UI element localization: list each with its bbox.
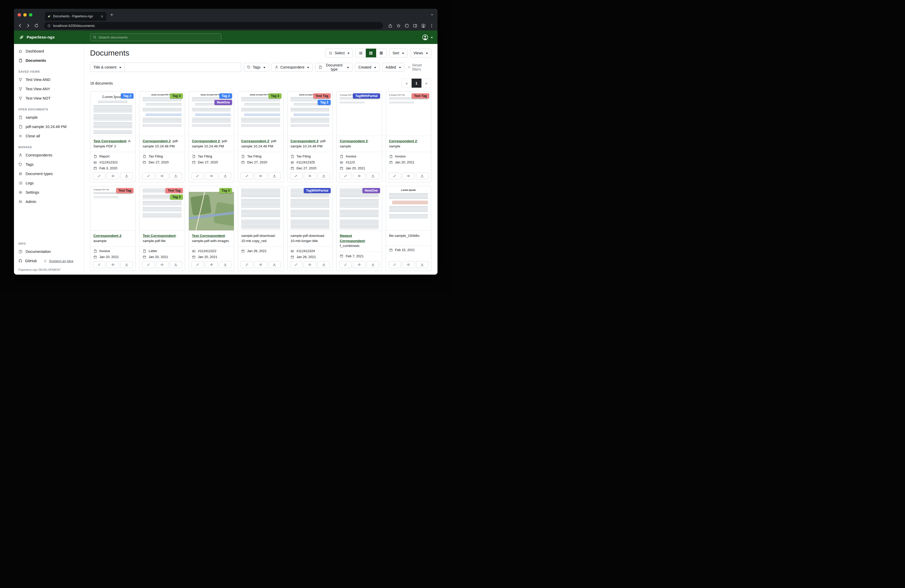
filter-created-button[interactable]: Created xyxy=(355,63,379,71)
select-button[interactable]: Select xyxy=(325,49,353,57)
sidebar-item-documentation[interactable]: Documentation xyxy=(14,247,84,256)
document-title[interactable]: Correspondent 2: pdf-sample 10.24.48 PM xyxy=(140,136,184,152)
correspondent-link[interactable]: Correspondent 2 xyxy=(94,234,121,238)
document-thumbnail[interactable]: Tag 3 xyxy=(189,186,234,231)
sidebar-item-test-view-and[interactable]: Test View AND xyxy=(14,75,84,84)
view-button[interactable] xyxy=(353,261,365,268)
view-button[interactable] xyxy=(254,173,267,179)
document-type-row[interactable]: Report xyxy=(94,154,132,158)
edit-button[interactable] xyxy=(241,173,253,179)
sidebar-item-document-types[interactable]: Document types xyxy=(14,169,84,178)
edit-button[interactable] xyxy=(191,173,204,179)
download-button[interactable] xyxy=(367,173,379,179)
share-icon[interactable] xyxy=(388,24,392,28)
document-thumbnail[interactable] xyxy=(238,186,283,231)
document-type-row[interactable]: Invoice xyxy=(94,249,132,253)
tag-badge-test-tag[interactable]: Test Tag xyxy=(313,94,331,98)
document-title[interactable]: Test Correspondent: A Sample PDF 2 xyxy=(90,136,135,152)
download-button[interactable] xyxy=(120,261,133,268)
view-button[interactable] xyxy=(304,173,316,179)
sort-button[interactable]: Sort xyxy=(389,49,408,57)
sidebar-item-dashboard[interactable]: Dashboard xyxy=(14,46,84,56)
document-thumbnail[interactable]: Lorem ipsum xyxy=(386,186,431,231)
view-button[interactable] xyxy=(353,173,365,179)
document-type-row[interactable]: Tax Filing xyxy=(291,154,329,158)
edit-button[interactable] xyxy=(290,173,302,179)
tab-close-icon[interactable] xyxy=(100,15,104,18)
document-type-row[interactable]: Invoice xyxy=(340,154,378,158)
sidebar-item-documents[interactable]: Documents xyxy=(14,56,84,65)
document-title[interactable]: Correspondent 2: sample xyxy=(337,136,382,152)
view-button[interactable] xyxy=(205,261,218,268)
back-icon[interactable] xyxy=(17,23,22,28)
site-info-icon[interactable] xyxy=(48,24,51,27)
sidebar-item-test-view-not[interactable]: Test View NOT xyxy=(14,94,84,103)
view-button[interactable] xyxy=(106,173,119,179)
window-close-button[interactable] xyxy=(17,13,21,17)
tag-badge-tag-2[interactable]: Tag 2 xyxy=(318,100,331,105)
document-type-row[interactable]: Tax Filing xyxy=(241,154,280,158)
sidebar-item-admin[interactable]: Admin xyxy=(14,197,84,206)
filter-tags-button[interactable]: Tags xyxy=(244,63,269,71)
view-mode-details-button[interactable] xyxy=(376,49,387,57)
view-button[interactable] xyxy=(304,261,316,268)
document-title[interactable]: Newest Correspondent: f_combineds xyxy=(337,231,382,252)
correspondent-link[interactable]: Test Correspondent xyxy=(143,234,175,238)
view-button[interactable] xyxy=(402,261,415,268)
download-button[interactable] xyxy=(416,261,429,268)
browser-menu-icon[interactable] xyxy=(429,24,434,28)
correspondent-link[interactable]: Correspondent 2 xyxy=(143,139,170,143)
download-button[interactable] xyxy=(367,261,379,268)
download-button[interactable] xyxy=(170,173,182,179)
edit-button[interactable] xyxy=(142,261,154,268)
sidebar-item-correspondents[interactable]: Correspondents xyxy=(14,151,84,160)
sidebar-item-test-view-any[interactable]: Test View ANY xyxy=(14,84,84,94)
view-button[interactable] xyxy=(402,173,415,179)
document-type-row[interactable]: Tax Filing xyxy=(143,154,181,158)
view-button[interactable] xyxy=(156,261,168,268)
browser-profile-icon[interactable] xyxy=(421,24,426,28)
filter-added-button[interactable]: Added xyxy=(382,63,404,71)
sidebar-item-settings[interactable]: Settings xyxy=(14,188,84,197)
extensions-icon[interactable] xyxy=(405,24,409,28)
document-thumbnail[interactable]: Test TagTag 3 xyxy=(140,186,184,231)
tag-badge-test-tag[interactable]: Test Tag xyxy=(165,188,183,193)
correspondent-link[interactable]: Test Correspondent xyxy=(94,139,126,143)
sidebar-item-tags[interactable]: Tags xyxy=(14,160,84,169)
browser-tab[interactable]: Documents - Paperless-ngx xyxy=(45,12,106,21)
document-thumbnail[interactable]: A Simple PDF File Test Tag xyxy=(90,186,135,231)
bookmark-star-icon[interactable] xyxy=(396,24,401,28)
edit-button[interactable] xyxy=(191,261,204,268)
tag-badge-test-tag[interactable]: Test Tag xyxy=(411,94,429,98)
document-type-row[interactable]: Invoice xyxy=(389,154,428,158)
correspondent-link[interactable]: Correspondent 2 xyxy=(291,139,319,143)
edit-button[interactable] xyxy=(389,261,401,268)
document-thumbnail[interactable]: A Simple PDF File Test Tag xyxy=(386,92,431,136)
document-thumbnail[interactable]: NewOne xyxy=(337,186,382,231)
suggest-idea-link[interactable]: Suggest an idea xyxy=(43,259,73,263)
edit-button[interactable] xyxy=(241,261,253,268)
document-thumbnail[interactable]: A Simple PDF File TagWithPartial xyxy=(337,92,382,136)
edit-button[interactable] xyxy=(93,173,105,179)
reload-icon[interactable] xyxy=(34,23,39,28)
tag-badge-tag-3[interactable]: Tag 3 xyxy=(170,195,183,200)
pagination-page-1-button[interactable]: 1 xyxy=(411,79,421,88)
document-type-row[interactable]: Tax Filing xyxy=(192,154,231,158)
sidebar-item-sample[interactable]: sample xyxy=(14,113,84,122)
document-type-row[interactable]: Letter xyxy=(143,249,181,253)
download-button[interactable] xyxy=(170,261,182,268)
download-button[interactable] xyxy=(318,173,330,179)
view-mode-grid-button[interactable] xyxy=(366,49,376,57)
download-button[interactable] xyxy=(318,261,330,268)
filter-document-type-button[interactable]: Document type xyxy=(315,63,352,71)
correspondent-link[interactable]: Correspondent 2 xyxy=(389,139,417,143)
download-button[interactable] xyxy=(268,261,281,268)
sidebar-item-close-all[interactable]: Close all xyxy=(14,132,84,141)
search-field-selector[interactable]: Title & content xyxy=(90,63,125,72)
github-link[interactable]: GitHub xyxy=(25,259,37,263)
document-thumbnail[interactable]: Adobe Acrobat PDF Files Tag 3 xyxy=(238,92,283,136)
document-title[interactable]: Correspondent 2: sample xyxy=(386,136,431,152)
tag-badge-tag-2[interactable]: Tag 2 xyxy=(219,94,232,98)
tag-badge-test-tag[interactable]: Test Tag xyxy=(116,188,134,193)
view-button[interactable] xyxy=(156,173,168,179)
